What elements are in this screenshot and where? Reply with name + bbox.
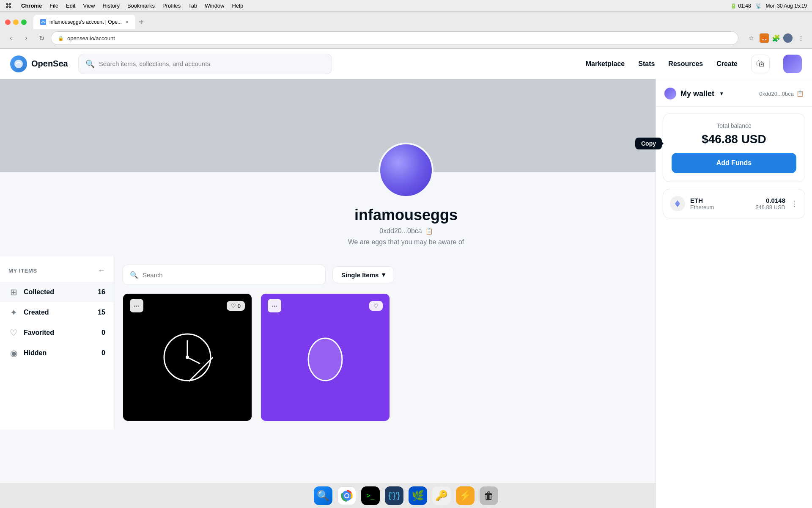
menu-bookmarks[interactable]: Bookmarks bbox=[127, 3, 155, 9]
svg-line-3 bbox=[187, 357, 200, 364]
menu-history[interactable]: History bbox=[102, 3, 119, 9]
sidebar-item-created[interactable]: ✦ Created 15 bbox=[0, 302, 114, 323]
nft-card-2[interactable]: ··· ♡ bbox=[261, 293, 390, 421]
menubar-right: 🔋 01:48 📡 Mon 30 Aug 15:19 bbox=[730, 3, 807, 9]
opensea-logo-link[interactable]: OpenSea bbox=[10, 55, 68, 72]
search-input[interactable] bbox=[99, 60, 325, 67]
collected-label: Collected bbox=[24, 288, 93, 296]
created-count: 15 bbox=[98, 309, 105, 316]
metamask-extension-icon[interactable]: 🦊 bbox=[760, 33, 769, 43]
nav-links: Marketplace Stats Resources Create 🛍 bbox=[586, 55, 802, 73]
dock-keychain-icon[interactable]: 🔑 bbox=[432, 486, 451, 505]
dock-terminal-icon[interactable]: >_ bbox=[361, 486, 380, 505]
menu-help[interactable]: Help bbox=[232, 3, 244, 9]
address-bar[interactable]: 🔒 opensea.io/account bbox=[51, 31, 738, 45]
chevron-down-icon: ▾ bbox=[382, 271, 385, 279]
wallet-title-row[interactable]: My wallet ▾ bbox=[664, 88, 723, 99]
wallet-balance-section: Total balance $46.88 USD Add Funds bbox=[663, 113, 805, 182]
add-funds-button[interactable]: Add Funds bbox=[672, 153, 796, 173]
address-bar-row: ‹ › ↻ 🔒 opensea.io/account ☆ 🦊 🧩 ⋮ bbox=[0, 30, 812, 48]
dock-trash-icon[interactable]: 🗑 bbox=[480, 486, 498, 505]
svg-point-5 bbox=[308, 338, 342, 381]
new-tab-button[interactable]: + bbox=[137, 16, 145, 29]
nav-user-avatar[interactable] bbox=[783, 55, 802, 73]
bookmark-button[interactable]: ☆ bbox=[745, 32, 757, 44]
maximize-window-button[interactable] bbox=[21, 19, 27, 25]
items-search-input[interactable] bbox=[143, 271, 318, 279]
close-window-button[interactable] bbox=[5, 19, 11, 25]
profile-avatar bbox=[379, 143, 433, 198]
browser-menu-button[interactable]: ⋮ bbox=[795, 32, 807, 44]
app-name[interactable]: Chrome bbox=[21, 3, 42, 9]
wallet-panel: My wallet ▾ 0xdd20...0bca 📋 Total balanc… bbox=[656, 79, 812, 508]
svg-point-0 bbox=[40, 19, 46, 25]
back-button[interactable]: ‹ bbox=[5, 32, 17, 44]
nft-card-1-more-button[interactable]: ··· bbox=[130, 299, 143, 312]
wallet-address-text: 0xdd20...0bca bbox=[759, 91, 794, 97]
forward-button[interactable]: › bbox=[20, 32, 32, 44]
browser-profile-avatar[interactable] bbox=[783, 33, 793, 43]
nav-create[interactable]: Create bbox=[716, 60, 738, 68]
dock-vscode-icon[interactable]: {'}'} bbox=[385, 486, 403, 505]
menu-profiles[interactable]: Profiles bbox=[162, 3, 181, 9]
eth-icon bbox=[670, 196, 685, 211]
eth-info: ETH Ethereum bbox=[690, 197, 750, 210]
sidebar-item-hidden[interactable]: ◉ Hidden 0 bbox=[0, 343, 114, 363]
menu-file[interactable]: File bbox=[49, 3, 58, 9]
tab-favicon bbox=[40, 19, 46, 25]
clock-svg bbox=[162, 332, 213, 383]
collected-icon: ⊞ bbox=[8, 287, 19, 297]
opensea-search-bar[interactable]: 🔍 bbox=[78, 54, 332, 74]
sidebar-item-favorited[interactable]: ♡ Favorited 0 bbox=[0, 323, 114, 343]
wallet-header: My wallet ▾ 0xdd20...0bca 📋 bbox=[656, 79, 812, 107]
eth-token-row: ETH Ethereum 0.0148 $46.88 USD ⋮ bbox=[663, 189, 805, 218]
sidebar-header: MY ITEMS ← bbox=[0, 263, 114, 282]
opensea-logo-text: OpenSea bbox=[31, 59, 68, 69]
security-icon: 🔒 bbox=[58, 36, 64, 41]
browser-actions: ☆ 🦊 🧩 ⋮ bbox=[745, 32, 807, 44]
dock-chrome-icon[interactable] bbox=[337, 486, 356, 505]
search-icon: 🔍 bbox=[85, 59, 95, 69]
menu-edit[interactable]: Edit bbox=[66, 3, 75, 9]
nav-resources[interactable]: Resources bbox=[668, 60, 703, 68]
extensions-icon[interactable]: 🧩 bbox=[771, 33, 781, 43]
nft-card-1-like-button[interactable]: ♡ 0 bbox=[227, 301, 245, 311]
tab-close-button[interactable]: × bbox=[125, 19, 129, 25]
nft-card-1[interactable]: ··· ♡ 0 bbox=[123, 293, 252, 421]
wallet-balance-amount: $46.88 USD bbox=[672, 133, 796, 146]
wifi-icon: 📡 bbox=[755, 3, 762, 9]
search-icon-items: 🔍 bbox=[130, 271, 138, 279]
dock-lightning-icon[interactable]: ⚡ bbox=[456, 486, 475, 505]
single-items-filter-button[interactable]: Single Items ▾ bbox=[332, 266, 394, 283]
nft-card-2-more-button[interactable]: ··· bbox=[268, 299, 281, 312]
sidebar-item-collected[interactable]: ⊞ Collected 16 bbox=[0, 282, 114, 302]
nft-card-2-like-button[interactable]: ♡ bbox=[369, 301, 383, 311]
wallet-avatar bbox=[664, 88, 676, 99]
collected-count: 16 bbox=[98, 288, 105, 296]
nav-marketplace[interactable]: Marketplace bbox=[586, 60, 625, 68]
nav-stats[interactable]: Stats bbox=[638, 60, 655, 68]
wallet-address-copy-button[interactable]: 📋 bbox=[796, 90, 804, 97]
address-copy-button[interactable]: 📋 bbox=[425, 228, 433, 235]
eth-amount: 0.0148 bbox=[755, 197, 785, 204]
reload-button[interactable]: ↻ bbox=[36, 32, 47, 44]
nav-cart-icon[interactable]: 🛍 bbox=[751, 55, 770, 73]
items-search-bar[interactable]: 🔍 bbox=[123, 265, 326, 285]
svg-point-4 bbox=[186, 356, 189, 359]
wallet-balance-label: Total balance bbox=[672, 122, 796, 129]
menu-view[interactable]: View bbox=[83, 3, 95, 9]
sidebar-collapse-button[interactable]: ← bbox=[98, 266, 105, 275]
macos-menubar: ⌘ Chrome File Edit View History Bookmark… bbox=[0, 0, 812, 12]
eth-more-button[interactable]: ⋮ bbox=[790, 199, 798, 208]
apple-menu[interactable]: ⌘ bbox=[5, 2, 12, 10]
battery-status: 🔋 01:48 bbox=[730, 3, 751, 9]
dock-finder-icon[interactable]: 🔍 bbox=[314, 486, 332, 505]
menu-window[interactable]: Window bbox=[205, 3, 224, 9]
dock-sourcetree-icon[interactable]: 🌿 bbox=[409, 486, 427, 505]
browser-tab[interactable]: infamouseggs's account | Ope... × bbox=[33, 15, 135, 29]
svg-point-10 bbox=[345, 494, 348, 497]
eth-amounts: 0.0148 $46.88 USD bbox=[755, 197, 785, 210]
minimize-window-button[interactable] bbox=[13, 19, 19, 25]
menu-tab[interactable]: Tab bbox=[188, 3, 197, 9]
eth-subname: Ethereum bbox=[690, 204, 750, 210]
